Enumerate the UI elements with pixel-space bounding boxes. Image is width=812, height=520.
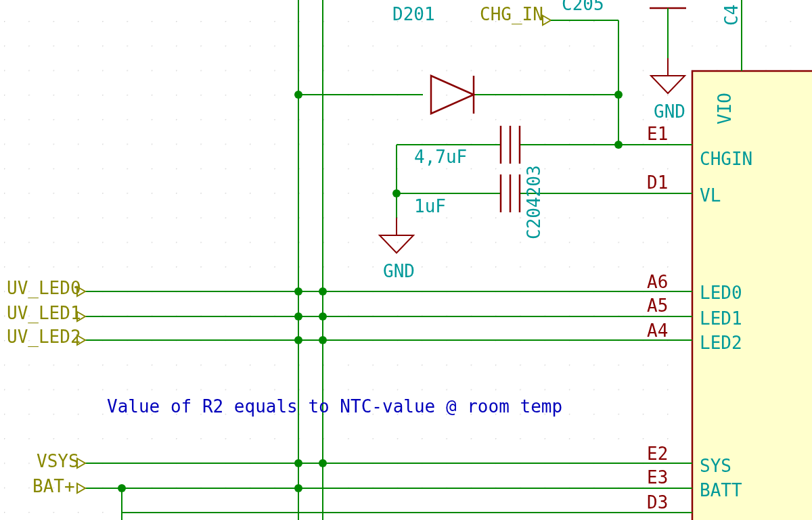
- pin-e2: E2: [647, 444, 668, 464]
- svg-point-51: [319, 312, 327, 321]
- ic-led1: LED1: [700, 308, 742, 329]
- svg-point-44: [294, 91, 302, 99]
- ic-led0: LED0: [700, 283, 742, 303]
- pwr-gnd-caps: GND: [383, 261, 415, 281]
- ic-batt: BATT: [700, 480, 742, 500]
- ref-c4: C4: [721, 5, 742, 26]
- svg-point-54: [294, 459, 302, 467]
- ref-c205: C205: [562, 0, 604, 14]
- net-batp: BAT+: [32, 476, 75, 496]
- svg-point-47: [392, 189, 401, 197]
- ic-vio: VIO: [715, 93, 735, 124]
- val-c-top: 4,7uF: [414, 147, 467, 167]
- svg-point-57: [118, 484, 126, 492]
- net-vsys: VSYS: [37, 451, 79, 471]
- svg-rect-1: [0, 0, 812, 520]
- pin-d1: D1: [647, 172, 668, 193]
- ic-sys: SYS: [700, 456, 731, 476]
- svg-point-56: [294, 484, 302, 492]
- pin-a5: A5: [647, 296, 668, 316]
- ic-led2: LED2: [700, 333, 742, 353]
- svg-point-55: [319, 459, 327, 467]
- ref-c204203: C204203: [524, 165, 544, 239]
- net-chg-in: CHG_IN: [480, 4, 543, 25]
- pin-e1: E1: [647, 124, 668, 144]
- val-c-bot: 1uF: [414, 196, 446, 216]
- schematic-note: Value of R2 equals to NTC-value @ room t…: [107, 396, 562, 417]
- net-uv-led2: UV_LED2: [7, 327, 81, 348]
- pin-e3: E3: [647, 467, 668, 488]
- pin-d3: D3: [647, 492, 668, 513]
- svg-point-48: [294, 287, 302, 296]
- ic-vl: VL: [700, 185, 721, 206]
- svg-point-46: [614, 141, 623, 149]
- grid-dots: [0, 0, 812, 520]
- svg-point-49: [319, 287, 327, 296]
- svg-point-50: [294, 312, 302, 321]
- pin-a6: A6: [647, 272, 668, 292]
- ic-chgin: CHGIN: [700, 149, 752, 169]
- svg-point-45: [614, 91, 623, 99]
- svg-point-53: [319, 336, 327, 344]
- pin-a4: A4: [647, 321, 668, 341]
- pwr-gnd-c205: GND: [654, 101, 685, 122]
- svg-point-52: [294, 336, 302, 344]
- net-uv-led1: UV_LED1: [7, 303, 81, 324]
- net-uv-led0: UV_LED0: [7, 278, 81, 299]
- ref-d201: D201: [392, 4, 435, 24]
